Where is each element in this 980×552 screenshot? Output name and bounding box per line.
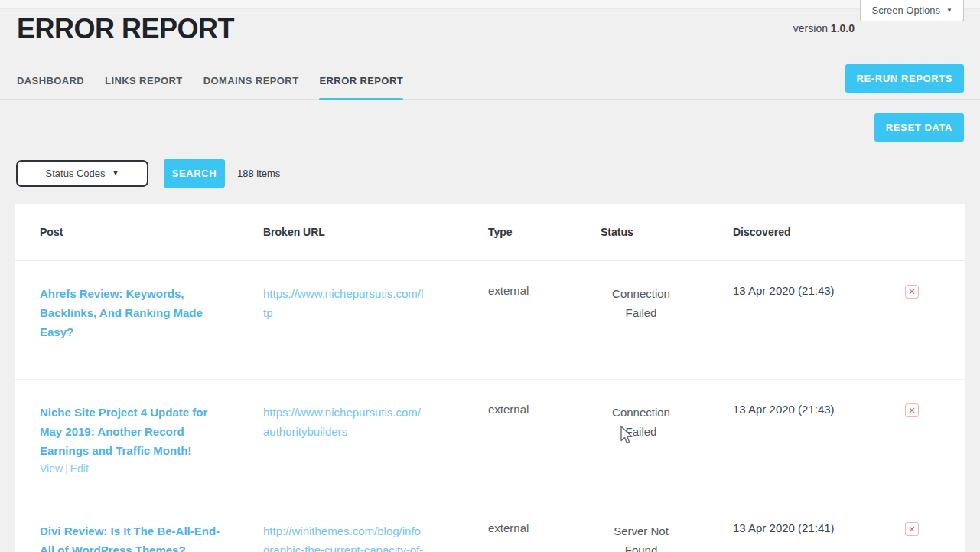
broken-url-cell: https://www.nichepursutis.com/l tp xyxy=(263,284,488,379)
column-header-broken-url: Broken URL xyxy=(263,226,488,238)
delete-cell: ✕ xyxy=(905,284,933,379)
status-codes-dropdown[interactable]: Status Codes ▼ xyxy=(16,160,148,187)
filter-bar: Status Codes ▼ SEARCH 188 items xyxy=(16,158,980,188)
tab-links-report[interactable]: LINKS REPORT xyxy=(105,75,183,99)
status-cell: Connection Failed xyxy=(601,403,682,498)
table-header-row: Post Broken URL Type Status Discovered xyxy=(15,204,965,261)
row-actions: View|Edit xyxy=(40,462,249,475)
delete-x-icon[interactable]: ✕ xyxy=(905,522,919,536)
search-button[interactable]: SEARCH xyxy=(164,159,225,188)
status-cell: Server Not Found xyxy=(601,521,682,552)
column-header-discovered: Discovered xyxy=(682,226,905,238)
post-title-link[interactable]: Niche Site Project 4 Update for May 2019… xyxy=(40,403,207,460)
post-cell: Niche Site Project 4 Update for May 2019… xyxy=(40,403,263,498)
error-report-table: Post Broken URL Type Status Discovered A… xyxy=(15,204,965,552)
version-number: 1.0.0 xyxy=(831,22,855,34)
edit-link[interactable]: Edit xyxy=(70,462,89,475)
chevron-down-icon: ▼ xyxy=(112,169,119,177)
status-codes-dropdown-label: Status Codes xyxy=(46,168,106,179)
tab-domains-report[interactable]: DOMAINS REPORT xyxy=(203,75,299,99)
broken-url-link[interactable]: https://www.nichepursutis.com/l tp xyxy=(263,284,441,322)
table-row: Ahrefs Review: Keywords, Backlinks, And … xyxy=(15,261,965,380)
top-strip xyxy=(0,0,980,9)
broken-url-cell: https://www.nichepursutis.com/ authority… xyxy=(263,403,488,498)
type-cell: external xyxy=(488,403,601,498)
broken-url-cell: http://winithemes.com/blog/info graphic-… xyxy=(263,521,488,552)
post-cell: Divi Review: Is It The Be-All-End- All o… xyxy=(40,521,263,552)
version-text: version 1.0.0 xyxy=(793,22,855,34)
type-cell: external xyxy=(488,284,601,379)
chevron-down-icon: ▼ xyxy=(946,7,952,14)
screen-options-button[interactable]: Screen Options ▼ xyxy=(860,0,964,21)
column-header-type: Type xyxy=(488,226,601,238)
discovered-cell: 13 Apr 2020 (21:43) xyxy=(682,403,905,498)
tab-bar: DASHBOARD LINKS REPORT DOMAINS REPORT ER… xyxy=(0,75,980,100)
status-cell: Connection Failed xyxy=(601,284,682,379)
column-header-status: Status xyxy=(601,226,682,238)
broken-url-link[interactable]: https://www.nichepursutis.com/ authority… xyxy=(263,403,439,441)
post-title-link[interactable]: Divi Review: Is It The Be-All-End- All o… xyxy=(40,521,220,552)
version-label: version xyxy=(793,22,828,34)
items-count: 188 items xyxy=(237,168,280,179)
delete-x-icon[interactable]: ✕ xyxy=(905,403,919,417)
discovered-cell: 13 Apr 2020 (21:43) xyxy=(682,284,905,379)
type-cell: external xyxy=(488,521,601,552)
tab-dashboard[interactable]: DASHBOARD xyxy=(17,75,84,99)
tab-error-report[interactable]: ERROR REPORT xyxy=(319,75,403,99)
actions-separator: | xyxy=(65,462,68,475)
post-title-link[interactable]: Ahrefs Review: Keywords, Backlinks, And … xyxy=(40,284,203,341)
delete-cell: ✕ xyxy=(905,403,933,498)
view-link[interactable]: View xyxy=(40,462,63,475)
discovered-cell: 13 Apr 2020 (21:41) xyxy=(682,521,905,552)
broken-url-link[interactable]: http://winithemes.com/blog/info graphic-… xyxy=(263,521,441,552)
delete-x-icon[interactable]: ✕ xyxy=(905,285,919,299)
table-row: Niche Site Project 4 Update for May 2019… xyxy=(15,380,965,498)
rerun-reports-button[interactable]: RE-RUN REPORTS xyxy=(845,64,964,93)
delete-cell: ✕ xyxy=(905,521,933,552)
table-row: Divi Review: Is It The Be-All-End- All o… xyxy=(15,498,965,552)
reset-data-button[interactable]: RESET DATA xyxy=(874,113,964,142)
screen-options-label: Screen Options xyxy=(871,5,940,16)
post-cell: Ahrefs Review: Keywords, Backlinks, And … xyxy=(40,284,263,379)
column-header-post: Post xyxy=(40,226,263,238)
